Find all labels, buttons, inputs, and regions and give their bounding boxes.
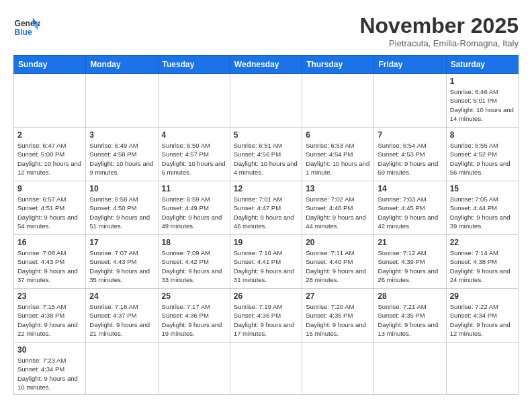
day-number: 23 bbox=[17, 291, 82, 301]
day-info: Sunrise: 6:53 AM Sunset: 4:54 PM Dayligh… bbox=[306, 141, 370, 177]
day-number: 29 bbox=[450, 291, 515, 301]
day-info: Sunrise: 7:09 AM Sunset: 4:42 PM Dayligh… bbox=[162, 248, 226, 284]
calendar-cell: 8Sunrise: 6:55 AM Sunset: 4:52 PM Daylig… bbox=[446, 128, 518, 181]
day-info: Sunrise: 7:06 AM Sunset: 4:43 PM Dayligh… bbox=[17, 248, 82, 284]
weekday-header-row: SundayMondayTuesdayWednesdayThursdayFrid… bbox=[14, 56, 519, 74]
weekday-header-monday: Monday bbox=[86, 56, 158, 74]
day-info: Sunrise: 6:57 AM Sunset: 4:51 PM Dayligh… bbox=[17, 195, 82, 230]
page-header: General Blue November 2025 Pietracuta, E… bbox=[13, 13, 519, 48]
calendar-cell: 18Sunrise: 7:09 AM Sunset: 4:42 PM Dayli… bbox=[158, 235, 230, 289]
calendar-table: SundayMondayTuesdayWednesdayThursdayFrid… bbox=[13, 55, 519, 395]
calendar-cell: 30Sunrise: 7:23 AM Sunset: 4:34 PM Dayli… bbox=[14, 342, 86, 395]
calendar-cell: 14Sunrise: 7:03 AM Sunset: 4:45 PM Dayli… bbox=[374, 181, 446, 235]
weekday-header-tuesday: Tuesday bbox=[158, 56, 230, 74]
day-number: 2 bbox=[17, 130, 82, 140]
day-number: 28 bbox=[378, 291, 442, 301]
calendar-cell: 3Sunrise: 6:49 AM Sunset: 4:58 PM Daylig… bbox=[86, 128, 158, 181]
calendar-cell: 24Sunrise: 7:16 AM Sunset: 4:37 PM Dayli… bbox=[86, 289, 158, 342]
weekday-header-friday: Friday bbox=[374, 56, 446, 74]
calendar-cell: 23Sunrise: 7:15 AM Sunset: 4:38 PM Dayli… bbox=[14, 289, 86, 342]
calendar-cell: 22Sunrise: 7:14 AM Sunset: 4:38 PM Dayli… bbox=[446, 235, 518, 289]
day-number: 13 bbox=[306, 184, 370, 193]
svg-text:Blue: Blue bbox=[15, 28, 32, 37]
calendar-cell bbox=[446, 342, 518, 395]
day-info: Sunrise: 7:19 AM Sunset: 4:36 PM Dayligh… bbox=[234, 302, 298, 338]
day-number: 18 bbox=[162, 238, 226, 247]
calendar-cell: 6Sunrise: 6:53 AM Sunset: 4:54 PM Daylig… bbox=[302, 128, 374, 181]
calendar-cell bbox=[374, 74, 446, 128]
day-info: Sunrise: 7:23 AM Sunset: 4:34 PM Dayligh… bbox=[17, 356, 82, 392]
day-info: Sunrise: 7:15 AM Sunset: 4:38 PM Dayligh… bbox=[17, 302, 82, 338]
day-info: Sunrise: 6:59 AM Sunset: 4:49 PM Dayligh… bbox=[162, 195, 226, 230]
day-info: Sunrise: 7:20 AM Sunset: 4:35 PM Dayligh… bbox=[306, 302, 370, 338]
day-number: 22 bbox=[450, 238, 515, 247]
weekday-header-sunday: Sunday bbox=[14, 56, 86, 74]
day-number: 17 bbox=[89, 238, 154, 247]
day-number: 20 bbox=[306, 238, 370, 247]
calendar-cell: 9Sunrise: 6:57 AM Sunset: 4:51 PM Daylig… bbox=[14, 181, 86, 235]
calendar-week-row: 9Sunrise: 6:57 AM Sunset: 4:51 PM Daylig… bbox=[14, 181, 519, 235]
day-info: Sunrise: 6:55 AM Sunset: 4:52 PM Dayligh… bbox=[450, 141, 515, 177]
weekday-header-saturday: Saturday bbox=[446, 56, 518, 74]
day-info: Sunrise: 7:02 AM Sunset: 4:46 PM Dayligh… bbox=[306, 195, 370, 230]
day-number: 21 bbox=[378, 238, 442, 247]
calendar-cell: 27Sunrise: 7:20 AM Sunset: 4:35 PM Dayli… bbox=[302, 289, 374, 342]
day-number: 14 bbox=[378, 184, 442, 193]
calendar-cell bbox=[86, 74, 158, 128]
day-info: Sunrise: 7:16 AM Sunset: 4:37 PM Dayligh… bbox=[89, 302, 154, 338]
day-info: Sunrise: 7:17 AM Sunset: 4:36 PM Dayligh… bbox=[162, 302, 226, 338]
calendar-cell: 10Sunrise: 6:58 AM Sunset: 4:50 PM Dayli… bbox=[86, 181, 158, 235]
day-number: 11 bbox=[162, 184, 226, 193]
day-info: Sunrise: 6:46 AM Sunset: 5:01 PM Dayligh… bbox=[450, 87, 515, 123]
day-info: Sunrise: 7:22 AM Sunset: 4:34 PM Dayligh… bbox=[450, 302, 515, 338]
calendar-cell bbox=[230, 342, 302, 395]
day-info: Sunrise: 7:12 AM Sunset: 4:39 PM Dayligh… bbox=[378, 248, 442, 284]
day-info: Sunrise: 7:14 AM Sunset: 4:38 PM Dayligh… bbox=[450, 248, 515, 284]
day-info: Sunrise: 7:03 AM Sunset: 4:45 PM Dayligh… bbox=[378, 195, 442, 230]
calendar-title-area: November 2025 Pietracuta, Emilia-Romagna… bbox=[359, 13, 519, 48]
day-info: Sunrise: 7:21 AM Sunset: 4:35 PM Dayligh… bbox=[378, 302, 442, 338]
calendar-cell: 25Sunrise: 7:17 AM Sunset: 4:36 PM Dayli… bbox=[158, 289, 230, 342]
day-number: 1 bbox=[450, 77, 515, 86]
day-number: 8 bbox=[450, 130, 515, 140]
calendar-cell bbox=[158, 342, 230, 395]
day-number: 16 bbox=[17, 238, 82, 247]
calendar-cell: 17Sunrise: 7:07 AM Sunset: 4:43 PM Dayli… bbox=[86, 235, 158, 289]
calendar-cell: 1Sunrise: 6:46 AM Sunset: 5:01 PM Daylig… bbox=[446, 74, 518, 128]
day-number: 12 bbox=[234, 184, 298, 193]
calendar-cell bbox=[14, 74, 86, 128]
calendar-week-row: 2Sunrise: 6:47 AM Sunset: 5:00 PM Daylig… bbox=[14, 128, 519, 181]
calendar-cell: 29Sunrise: 7:22 AM Sunset: 4:34 PM Dayli… bbox=[446, 289, 518, 342]
calendar-cell: 28Sunrise: 7:21 AM Sunset: 4:35 PM Dayli… bbox=[374, 289, 446, 342]
day-number: 4 bbox=[162, 130, 226, 140]
calendar-cell bbox=[374, 342, 446, 395]
day-info: Sunrise: 6:49 AM Sunset: 4:58 PM Dayligh… bbox=[89, 141, 154, 177]
calendar-week-row: 1Sunrise: 6:46 AM Sunset: 5:01 PM Daylig… bbox=[14, 74, 519, 128]
calendar-cell bbox=[86, 342, 158, 395]
calendar-cell: 11Sunrise: 6:59 AM Sunset: 4:49 PM Dayli… bbox=[158, 181, 230, 235]
calendar-cell: 16Sunrise: 7:06 AM Sunset: 4:43 PM Dayli… bbox=[14, 235, 86, 289]
calendar-cell: 21Sunrise: 7:12 AM Sunset: 4:39 PM Dayli… bbox=[374, 235, 446, 289]
calendar-cell: 7Sunrise: 6:54 AM Sunset: 4:53 PM Daylig… bbox=[374, 128, 446, 181]
day-info: Sunrise: 7:11 AM Sunset: 4:40 PM Dayligh… bbox=[306, 248, 370, 284]
day-number: 19 bbox=[234, 238, 298, 247]
day-number: 27 bbox=[306, 291, 370, 301]
day-number: 10 bbox=[89, 184, 154, 193]
calendar-cell: 15Sunrise: 7:05 AM Sunset: 4:44 PM Dayli… bbox=[446, 181, 518, 235]
month-title: November 2025 bbox=[359, 13, 519, 38]
calendar-cell bbox=[302, 74, 374, 128]
calendar-week-row: 23Sunrise: 7:15 AM Sunset: 4:38 PM Dayli… bbox=[14, 289, 519, 342]
day-info: Sunrise: 6:50 AM Sunset: 4:57 PM Dayligh… bbox=[162, 141, 226, 177]
day-number: 3 bbox=[89, 130, 154, 140]
day-number: 26 bbox=[234, 291, 298, 301]
calendar-week-row: 30Sunrise: 7:23 AM Sunset: 4:34 PM Dayli… bbox=[14, 342, 519, 395]
calendar-cell: 12Sunrise: 7:01 AM Sunset: 4:47 PM Dayli… bbox=[230, 181, 302, 235]
calendar-cell bbox=[302, 342, 374, 395]
day-number: 6 bbox=[306, 130, 370, 140]
day-number: 7 bbox=[378, 130, 442, 140]
calendar-cell: 2Sunrise: 6:47 AM Sunset: 5:00 PM Daylig… bbox=[14, 128, 86, 181]
day-info: Sunrise: 7:07 AM Sunset: 4:43 PM Dayligh… bbox=[89, 248, 154, 284]
calendar-cell bbox=[230, 74, 302, 128]
day-info: Sunrise: 6:58 AM Sunset: 4:50 PM Dayligh… bbox=[89, 195, 154, 230]
day-info: Sunrise: 6:54 AM Sunset: 4:53 PM Dayligh… bbox=[378, 141, 442, 177]
